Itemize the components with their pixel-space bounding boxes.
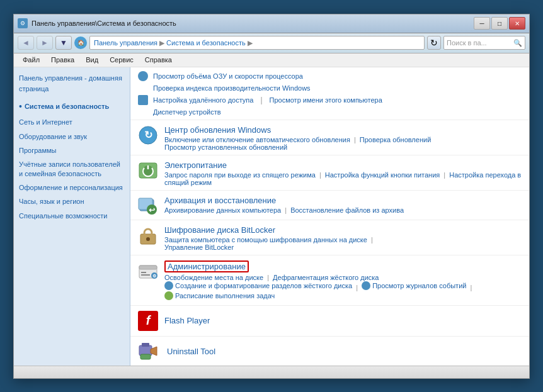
remote-icon-small <box>138 95 148 105</box>
update-link1[interactable]: Включение или отключение автоматического… <box>164 136 350 143</box>
uninstall-section: Uninstall Tool <box>130 337 529 366</box>
top-link-row3: Настройка удалённого доступа | Просмотр … <box>138 95 522 105</box>
admin-link3[interactable]: Создание и форматирование разделов жёстк… <box>175 282 352 289</box>
title-bar: ⚙ Панель управления\Система и безопаснос… <box>14 14 529 33</box>
update-sep1: | <box>354 136 356 143</box>
backup-sep1: | <box>285 206 287 214</box>
backup-title[interactable]: Архивация и восстановление <box>164 196 276 205</box>
backup-link2[interactable]: Восстановление файлов из архива <box>290 206 404 214</box>
backup-svg: ↩ <box>138 196 158 216</box>
bitlocker-links: Защита компьютера с помощью шифрования д… <box>164 236 522 251</box>
admin-section: ⚙ Администрирование Освобождение места н… <box>130 255 529 306</box>
main-panel: Просмотр объёма ОЗУ и скорости процессор… <box>130 67 529 366</box>
power-links: Запрос пароля при выходе из спящего режи… <box>164 171 522 186</box>
windows-update-title[interactable]: Центр обновления Windows <box>164 125 271 135</box>
sidebar-active-item: • Система и безопасность <box>19 101 125 113</box>
status-bar <box>14 366 529 378</box>
bitlocker-title[interactable]: Шифрование диска BitLocker <box>164 225 275 235</box>
admin-svg: ⚙ <box>138 260 158 281</box>
breadcrumb-sep2: ▶ <box>248 39 253 47</box>
breadcrumb-home[interactable]: Панель управления <box>94 39 157 47</box>
bitlocker-link2[interactable]: Управление BitLocker <box>164 244 234 251</box>
windows-update-section: ↻ Центр обновления Windows Включение или… <box>130 120 529 155</box>
windows-update-content: Центр обновления Windows Включение или о… <box>164 125 522 151</box>
sidebar-item-programs[interactable]: Программы <box>19 145 125 157</box>
link-ram[interactable]: Просмотр объёма ОЗУ и скорости процессор… <box>153 72 303 80</box>
menu-help[interactable]: Справка <box>140 55 177 65</box>
power-sep1: | <box>319 171 321 179</box>
admin-title[interactable]: Администрирование <box>164 260 249 272</box>
sep1: | <box>260 96 262 104</box>
link-remote[interactable]: Настройка удалённого доступа <box>153 96 253 104</box>
admin-sep2: | <box>356 284 358 291</box>
admin-content: Администрирование Освобождение места на … <box>164 260 522 301</box>
active-bullet: • <box>19 101 22 112</box>
admin-link2[interactable]: Дефрагментация жёсткого диска <box>273 274 379 281</box>
top-links-section: Просмотр объёма ОЗУ и скорости процессор… <box>130 70 529 120</box>
windows-update-icon: ↻ <box>138 125 158 145</box>
svg-rect-13 <box>139 266 157 269</box>
update-link3[interactable]: Просмотр установленных обновлений <box>164 143 287 151</box>
refresh-button[interactable]: ↻ <box>427 36 441 50</box>
menu-file[interactable]: Файл <box>18 55 45 65</box>
power-content: Электропитание Запрос пароля при выходе … <box>164 160 522 186</box>
search-box[interactable]: Поиск в па... 🔍 <box>443 36 525 50</box>
spacer1 <box>138 83 148 93</box>
uninstall-title[interactable]: Uninstall Tool <box>167 347 215 356</box>
sidebar: Панель управления - домашняя страница • … <box>14 67 130 366</box>
update-link2[interactable]: Проверка обновлений <box>360 136 431 143</box>
admin-link4[interactable]: Просмотр журналов событий <box>372 282 466 289</box>
breadcrumb-section[interactable]: Система и безопасность <box>166 39 246 47</box>
content-area: Панель управления - домашняя страница • … <box>14 67 529 366</box>
sidebar-item-system[interactable]: Система и безопасность <box>25 101 109 113</box>
address-path[interactable]: Панель управления ▶ Система и безопаснос… <box>89 36 425 50</box>
power-link1[interactable]: Запрос пароля при выходе из спящего режи… <box>164 171 316 179</box>
bitlocker-sep1: | <box>371 236 373 244</box>
power-title[interactable]: Электропитание <box>164 160 227 170</box>
bitlocker-link1[interactable]: Защита компьютера с помощью шифрования д… <box>164 236 367 244</box>
svg-rect-19 <box>142 343 149 347</box>
forward-button[interactable]: ► <box>37 36 53 50</box>
admin-link1[interactable]: Освобождение места на диске <box>164 274 263 281</box>
sidebar-item-accessibility[interactable]: Специальные возможности <box>19 210 125 223</box>
bitlocker-svg <box>138 225 158 245</box>
bitlocker-content: Шифрование диска BitLocker Защита компью… <box>164 225 522 251</box>
menu-edit[interactable]: Правка <box>46 55 79 65</box>
menu-service[interactable]: Сервис <box>105 55 139 65</box>
menu-view[interactable]: Вид <box>81 55 103 65</box>
backup-link1[interactable]: Архивирование данных компьютера <box>164 206 281 214</box>
backup-content: Архивация и восстановление Архивирование… <box>164 196 522 214</box>
menu-bar: Файл Правка Вид Сервис Справка <box>14 53 529 67</box>
svg-rect-15 <box>141 274 150 276</box>
sidebar-item-network[interactable]: Сеть и Интернет <box>19 116 125 129</box>
power-icon <box>138 160 158 181</box>
admin-link5[interactable]: Расписание выполнения задач <box>175 292 275 300</box>
tasks-sub-icon <box>164 291 173 300</box>
svg-text:⚙: ⚙ <box>152 274 156 278</box>
svg-rect-14 <box>141 272 146 273</box>
link-device-manager[interactable]: Диспетчер устройств <box>153 108 221 116</box>
address-icon: 🏠 <box>74 36 87 49</box>
admin-icon: ⚙ <box>138 260 158 281</box>
link-performance[interactable]: Проверка индекса производительности Wind… <box>153 84 311 92</box>
sidebar-item-hardware[interactable]: Оборудование и звук <box>19 131 125 143</box>
close-button[interactable]: ✕ <box>509 17 525 30</box>
sidebar-item-clock[interactable]: Часы, язык и регион <box>19 196 125 208</box>
minimize-button[interactable]: ─ <box>474 17 490 30</box>
sidebar-item-accounts[interactable]: Учётные записи пользователей и семейная … <box>19 159 125 180</box>
system-icon-small <box>138 71 148 81</box>
sidebar-item-personalization[interactable]: Оформление и персонализация <box>19 182 125 194</box>
back-button[interactable]: ◄ <box>18 36 34 50</box>
maximize-button[interactable]: □ <box>491 17 508 30</box>
backup-links: Архивирование данных компьютера | Восста… <box>164 206 522 214</box>
sidebar-home-link[interactable]: Панель управления - домашняя страница <box>19 72 125 96</box>
power-sep2: | <box>443 171 445 179</box>
title-bar-buttons: ─ □ ✕ <box>474 17 525 30</box>
power-link2[interactable]: Настройка функций кнопки питания <box>325 171 440 179</box>
dropdown-button[interactable]: ▼ <box>55 36 72 50</box>
svg-rect-20 <box>140 354 151 359</box>
flash-title[interactable]: Flash Player <box>164 316 210 325</box>
uninstall-icon-wrap <box>138 342 161 362</box>
link-computer-name[interactable]: Просмотр имени этого компьютера <box>270 96 382 104</box>
spacer2 <box>138 107 148 117</box>
